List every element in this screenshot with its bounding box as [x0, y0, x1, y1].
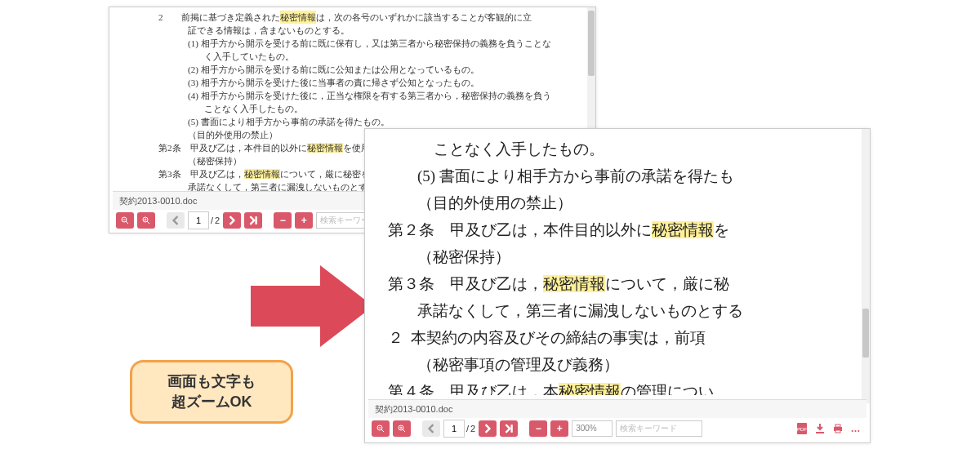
pdf-icon[interactable]: PDF	[795, 421, 809, 436]
highlight: 秘密情報	[559, 383, 621, 395]
text-line: 2前掲に基づき定義された秘密情報は，次の各号のいずれかに該当することが客観的に立	[158, 11, 579, 24]
svg-line-9	[381, 429, 384, 432]
text-line: (3) 相手方から開示を受けた後に当事者の責に帰さず公知となったもの。	[158, 76, 579, 89]
zoom-field[interactable]: 300%	[572, 420, 612, 437]
page-current-input[interactable]	[443, 420, 465, 438]
zoom-in-button[interactable]: +	[550, 420, 568, 437]
callout-bubble: 画面も文字も 超ズームOK	[130, 360, 293, 424]
text-line: 証できる情報は，含まないものとする。	[158, 24, 579, 37]
file-name: 契約2013-0010.doc	[119, 196, 197, 206]
page-indicator: /2	[188, 211, 220, 229]
highlight: 秘密情報	[244, 169, 280, 179]
svg-line-12	[403, 429, 405, 432]
more-icon[interactable]: …	[849, 421, 863, 436]
highlight: 秘密情報	[543, 275, 605, 292]
page-indicator: /2	[443, 420, 475, 438]
page-current-input[interactable]	[188, 211, 209, 229]
text-line: く入手していたもの。	[158, 50, 579, 63]
text-line: （秘密保持）	[388, 243, 862, 270]
svg-rect-20	[835, 430, 840, 433]
svg-rect-19	[835, 425, 840, 427]
zoom-out-search-icon[interactable]	[372, 420, 390, 437]
text-line: ２本契約の内容及びその締結の事実は，前項	[388, 324, 862, 351]
svg-line-1	[126, 221, 128, 224]
text-line: （目的外使用の禁止）	[388, 189, 862, 216]
zoom-out-button[interactable]: −	[274, 212, 292, 229]
text-line: (1) 相手方から開示を受ける前に既に保有し，又は第三者から秘密保持の義務を負う…	[158, 37, 579, 50]
text-line: (5) 書面により相手方から事前の承諾を得たも	[388, 162, 862, 189]
text-line: 承諾なくして，第三者に漏洩しないものとする	[388, 297, 862, 324]
callout-line1: 画面も文字も	[167, 371, 256, 392]
last-page-button[interactable]	[244, 212, 262, 229]
file-name-bar: 契約2013-0010.doc	[368, 399, 866, 418]
text-line: (4) 相手方から開示を受けた後に，正当な権限を有する第三者から，秘密保持の義務…	[158, 89, 579, 102]
zoom-out-button[interactable]: −	[529, 420, 547, 437]
text-line: 第４条 甲及び乙は，本秘密情報の管理につい	[388, 378, 862, 395]
scrollbar[interactable]	[862, 129, 870, 403]
print-icon[interactable]	[831, 421, 845, 436]
next-page-button[interactable]	[479, 420, 497, 437]
highlight: 秘密情報	[280, 11, 316, 24]
arrow-icon	[243, 257, 381, 355]
text-line: (5) 書面により相手方から事前の承諾を得たもの。	[158, 115, 579, 128]
search-input[interactable]: 検索キーワード	[616, 420, 702, 437]
prev-page-button[interactable]	[422, 420, 440, 437]
last-page-button[interactable]	[500, 420, 518, 437]
zoom-in-search-icon[interactable]	[137, 212, 155, 229]
text-line: （秘密事項の管理及び義務）	[388, 351, 862, 378]
highlight: 秘密情報	[652, 221, 714, 238]
page-total: 2	[470, 424, 475, 433]
next-page-button[interactable]	[223, 212, 241, 229]
zoom-in-search-icon[interactable]	[393, 420, 411, 437]
page-total: 2	[215, 216, 220, 225]
svg-line-4	[147, 221, 149, 224]
document-viewer-large: ことなく入手したもの。(5) 書面により相手方から事前の承諾を得たも（目的外使用…	[364, 128, 871, 443]
callout-line2: 超ズームOK	[167, 392, 256, 412]
text-line: 第２条 甲及び乙は，本件目的以外に秘密情報を	[388, 216, 862, 243]
download-icon[interactable]	[813, 421, 827, 436]
document-content-zoomed: ことなく入手したもの。(5) 書面により相手方から事前の承諾を得たも（目的外使用…	[365, 129, 870, 395]
highlight: 秘密情報	[307, 143, 343, 153]
text-line: ことなく入手したもの。	[388, 136, 862, 162]
toolbar: /2 − + 300% 検索キーワード PDF …	[368, 418, 866, 439]
text-line: 第３条 甲及び乙は，秘密情報について，厳に秘	[388, 270, 862, 297]
file-name: 契約2013-0010.doc	[375, 404, 452, 414]
text-line: ことなく入手したもの。	[158, 102, 579, 115]
svg-text:PDF: PDF	[797, 427, 807, 432]
prev-page-button[interactable]	[167, 212, 185, 229]
text-line: (2) 相手方から開示を受ける前に既に公知または公用となっているもの。	[158, 63, 579, 76]
zoom-in-button[interactable]: +	[295, 212, 313, 229]
zoom-out-search-icon[interactable]	[116, 212, 134, 229]
